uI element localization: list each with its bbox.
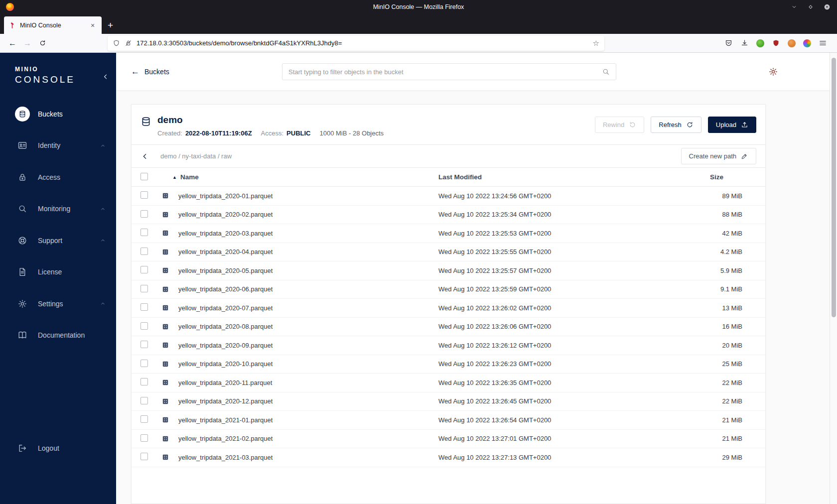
object-file-icon xyxy=(161,266,169,274)
object-file-icon xyxy=(161,435,169,443)
extension-pinwheel-icon[interactable] xyxy=(803,39,811,47)
row-checkbox[interactable] xyxy=(140,415,148,423)
browser-forward-button[interactable]: → xyxy=(20,36,35,50)
insecure-lock-icon[interactable] xyxy=(125,39,132,47)
sidebar-item-documentation[interactable]: Documentation xyxy=(0,320,116,352)
search-input[interactable] xyxy=(288,68,597,76)
window-close-icon[interactable] xyxy=(824,3,831,10)
row-checkbox[interactable] xyxy=(140,229,148,236)
refresh-button[interactable]: Refresh xyxy=(651,117,701,133)
row-checkbox[interactable] xyxy=(140,285,148,292)
url-text[interactable]: 172.18.0.3:30503/buckets/demo/browse/bnk… xyxy=(137,39,588,47)
rewind-button[interactable]: Rewind xyxy=(595,117,644,133)
profile-avatar-icon[interactable] xyxy=(788,39,796,47)
sort-asc-icon[interactable]: ▲ xyxy=(172,175,177,180)
object-file-icon xyxy=(161,304,169,312)
sidebar-item-buckets[interactable]: Buckets xyxy=(0,98,116,130)
pocket-icon[interactable] xyxy=(724,39,733,47)
row-checkbox[interactable] xyxy=(140,303,148,311)
column-name[interactable]: Name xyxy=(180,173,199,181)
sidebar-item-identity[interactable]: Identity xyxy=(0,130,116,162)
browser-scrollbar[interactable] xyxy=(830,53,837,504)
bookmark-star-icon[interactable]: ☆ xyxy=(593,39,599,48)
table-row[interactable]: yellow_tripdata_2020-06.parquet Wed Aug … xyxy=(132,280,765,299)
sidebar-item-license[interactable]: License xyxy=(0,256,116,288)
row-checkbox[interactable] xyxy=(140,248,148,255)
object-file-icon xyxy=(161,248,169,256)
back-link-label: Buckets xyxy=(144,68,169,76)
object-name: yellow_tripdata_2020-02.parquet xyxy=(178,211,438,218)
row-checkbox[interactable] xyxy=(140,266,148,273)
table-row[interactable]: yellow_tripdata_2021-03.parquet Wed Aug … xyxy=(132,448,765,467)
browser-tab-minio-console[interactable]: MinIO Console × xyxy=(4,16,102,34)
scrollbar-thumb[interactable] xyxy=(832,58,836,317)
window-titlebar: MinIO Console — Mozilla Firefox xyxy=(0,0,837,13)
tracking-shield-icon[interactable] xyxy=(113,39,120,47)
object-modified: Wed Aug 10 2022 13:27:13 GMT+0200 xyxy=(438,454,710,461)
sidebar-item-support[interactable]: Support xyxy=(0,225,116,256)
downloads-icon[interactable] xyxy=(740,39,749,47)
settings-gear-icon[interactable] xyxy=(768,67,778,77)
table-row[interactable]: yellow_tripdata_2021-01.parquet Wed Aug … xyxy=(132,411,765,430)
extension-green-icon[interactable] xyxy=(756,39,764,47)
documentation-icon xyxy=(15,328,30,343)
table-row[interactable]: yellow_tripdata_2020-01.parquet Wed Aug … xyxy=(132,187,765,206)
access-icon xyxy=(15,170,30,185)
object-modified: Wed Aug 10 2022 13:24:56 GMT+0200 xyxy=(438,192,710,200)
sidebar-item-settings[interactable]: Settings xyxy=(0,288,116,320)
sidebar-item-access[interactable]: Access xyxy=(0,161,116,193)
window-maximize-icon[interactable] xyxy=(807,3,814,10)
tab-close-icon[interactable]: × xyxy=(88,21,97,29)
sidebar-item-logout[interactable]: Logout xyxy=(0,433,116,465)
identity-icon xyxy=(15,138,30,153)
breadcrumb[interactable]: demo / ny-taxi-data / raw xyxy=(160,152,232,160)
table-row[interactable]: yellow_tripdata_2020-02.parquet Wed Aug … xyxy=(132,206,765,225)
buckets-back-link[interactable]: ← Buckets xyxy=(131,67,169,76)
browser-reload-button[interactable] xyxy=(35,36,50,50)
object-modified: Wed Aug 10 2022 13:26:45 GMT+0200 xyxy=(438,397,710,405)
url-bar[interactable]: 172.18.0.3:30503/buckets/demo/browse/bnk… xyxy=(108,36,604,51)
table-row[interactable]: yellow_tripdata_2020-04.parquet Wed Aug … xyxy=(132,243,765,262)
row-checkbox[interactable] xyxy=(140,341,148,348)
table-row[interactable]: yellow_tripdata_2020-03.parquet Wed Aug … xyxy=(132,224,765,243)
table-row[interactable]: yellow_tripdata_2020-07.parquet Wed Aug … xyxy=(132,299,765,318)
path-back-chevron-icon[interactable] xyxy=(140,152,149,161)
object-name: yellow_tripdata_2020-05.parquet xyxy=(178,267,438,274)
object-modified: Wed Aug 10 2022 13:25:57 GMT+0200 xyxy=(438,267,710,274)
object-file-icon xyxy=(161,341,169,349)
sidebar-item-monitoring[interactable]: Monitoring xyxy=(0,193,116,225)
table-row[interactable]: yellow_tripdata_2020-05.parquet Wed Aug … xyxy=(132,261,765,280)
window-minimize-icon[interactable] xyxy=(791,3,798,10)
upload-button[interactable]: Upload xyxy=(708,117,756,133)
row-checkbox[interactable] xyxy=(140,397,148,404)
select-all-checkbox[interactable] xyxy=(140,173,148,180)
object-file-icon xyxy=(161,453,169,461)
object-file-icon xyxy=(161,360,169,368)
sidebar-item-label: Support xyxy=(38,237,62,245)
row-checkbox[interactable] xyxy=(140,191,148,199)
object-filter-search[interactable] xyxy=(282,63,616,80)
table-row[interactable]: yellow_tripdata_2020-10.parquet Wed Aug … xyxy=(132,355,765,374)
row-checkbox[interactable] xyxy=(140,360,148,367)
column-size: Size xyxy=(710,173,757,181)
row-checkbox[interactable] xyxy=(140,453,148,460)
ublock-shield-icon[interactable] xyxy=(772,39,780,47)
table-row[interactable]: yellow_tripdata_2020-08.parquet Wed Aug … xyxy=(132,318,765,337)
table-row[interactable]: yellow_tripdata_2020-12.parquet Wed Aug … xyxy=(132,392,765,411)
table-row[interactable]: yellow_tripdata_2021-02.parquet Wed Aug … xyxy=(132,430,765,449)
sidebar-collapse-icon[interactable] xyxy=(102,73,110,81)
chevron-up-icon xyxy=(100,237,106,244)
row-checkbox[interactable] xyxy=(140,210,148,218)
row-checkbox[interactable] xyxy=(140,434,148,442)
access-label: Access: xyxy=(261,129,284,137)
table-row[interactable]: yellow_tripdata_2020-11.parquet Wed Aug … xyxy=(132,374,765,392)
browser-back-button[interactable]: ← xyxy=(5,36,20,50)
row-checkbox[interactable] xyxy=(140,378,148,385)
new-tab-button[interactable]: + xyxy=(108,20,113,30)
hamburger-menu-icon[interactable] xyxy=(819,39,827,47)
object-modified: Wed Aug 10 2022 13:26:12 GMT+0200 xyxy=(438,342,710,349)
create-new-path-button[interactable]: Create new path xyxy=(681,148,756,164)
row-checkbox[interactable] xyxy=(140,322,148,330)
table-row[interactable]: yellow_tripdata_2020-09.parquet Wed Aug … xyxy=(132,336,765,355)
object-size: 88 MiB xyxy=(710,211,757,218)
